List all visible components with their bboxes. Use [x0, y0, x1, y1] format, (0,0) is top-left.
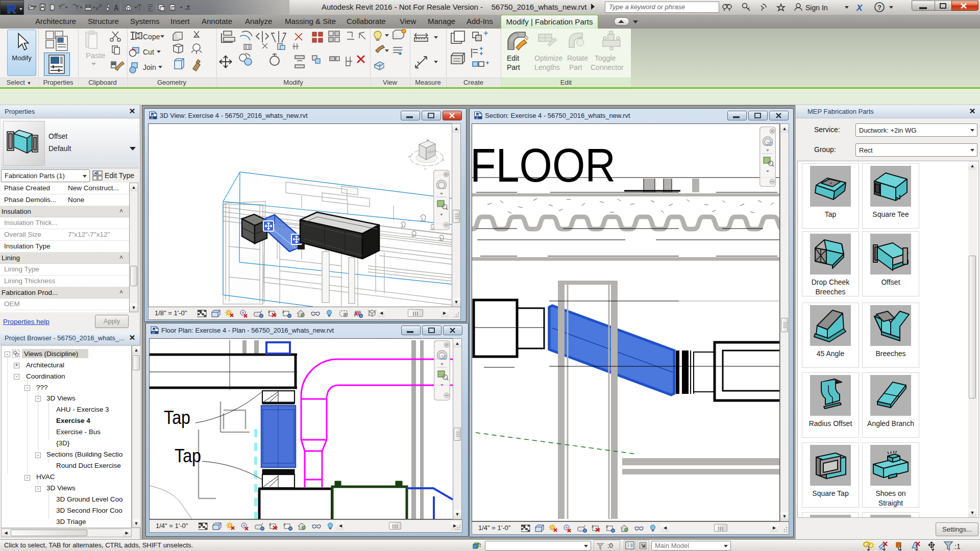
- svg-text:Edit: Edit: [507, 54, 519, 62]
- svg-text:W: W: [408, 155, 411, 158]
- svg-text:Join: Join: [143, 63, 156, 71]
- svg-text:Paste: Paste: [86, 51, 105, 60]
- svg-text:LEFT: LEFT: [428, 150, 436, 154]
- svg-text::1: :1: [954, 542, 961, 550]
- svg-text:X: X: [856, 3, 863, 13]
- svg-text:Connector: Connector: [591, 63, 624, 71]
- svg-text:A: A: [114, 3, 118, 12]
- svg-text:Sign In: Sign In: [805, 4, 828, 12]
- svg-text:E: E: [443, 158, 445, 161]
- svg-text:Cope: Cope: [143, 33, 160, 41]
- svg-text:Part: Part: [569, 63, 582, 71]
- svg-text:Tap: Tap: [164, 407, 190, 428]
- svg-text:FLOOR: FLOOR: [472, 139, 616, 192]
- svg-text:Cut: Cut: [143, 48, 154, 56]
- svg-text:Tap: Tap: [175, 445, 201, 466]
- svg-text:Optimize: Optimize: [534, 54, 562, 62]
- svg-text:Toggle: Toggle: [595, 54, 616, 62]
- svg-text:S: S: [424, 167, 426, 170]
- svg-text:Lengths: Lengths: [534, 63, 560, 71]
- svg-text:Rotate: Rotate: [567, 54, 588, 62]
- svg-text:?: ?: [877, 4, 881, 11]
- svg-text:Part: Part: [507, 63, 520, 71]
